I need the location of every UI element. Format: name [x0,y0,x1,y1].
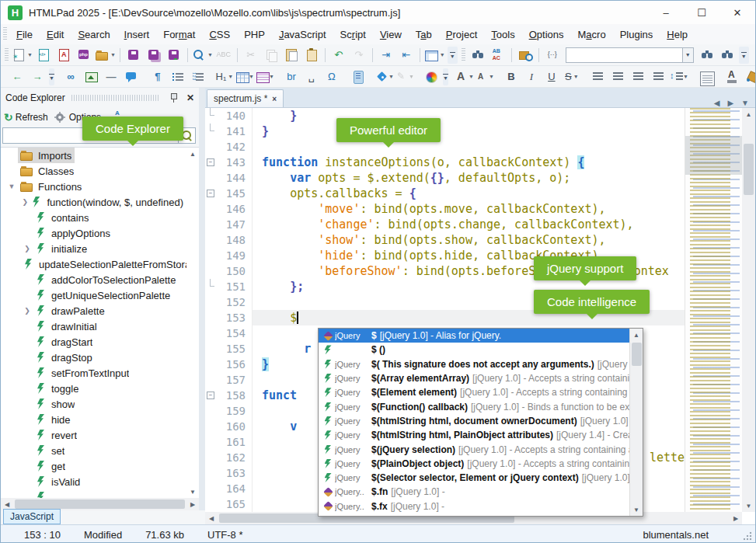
menu-project[interactable]: Project [439,26,485,44]
editor-scroll-down-icon[interactable]: ▼ [743,499,755,512]
panel-layout-icon-dropdown[interactable]: ▼ [440,52,445,57]
menu-insert[interactable]: Insert [117,26,157,44]
scroll-up-icon[interactable]: ▲ [186,148,199,160]
save-icon[interactable] [124,46,143,64]
tree-item[interactable] [1,489,186,498]
html-toolbar-more-icon[interactable]: ▼ [443,68,448,85]
code-line[interactable] [253,139,685,155]
autocomplete-item[interactable]: jQuery$(jQuery selection)[jQuery 1.0] - … [319,442,629,456]
find-icon[interactable] [469,46,487,64]
panel-layout-icon[interactable]: ▼ [424,46,445,64]
bold-icon[interactable]: B [502,68,521,86]
tree-vertical-scrollbar[interactable]: ▲ ▼ [186,147,199,498]
nav-more-icon[interactable]: ▼ [49,68,54,85]
new-php-document-icon[interactable] [75,46,93,64]
find-next-icon[interactable] [718,46,737,64]
toolbar-grip[interactable] [5,48,9,62]
menu-tools[interactable]: Tools [484,26,521,44]
quick-search-combobox-input[interactable] [566,47,682,63]
toolbar-more-icon[interactable]: ▼ [448,47,458,64]
code-snippet-icon[interactable]: {··} [543,46,562,64]
code-line[interactable]: 'change': bind(opts.change, callbackCont… [253,217,685,232]
menu-plugins[interactable]: Plugins [613,26,660,44]
font-decrease-icon-dropdown[interactable]: ▼ [489,74,494,79]
search-icon[interactable]: ▼ [192,46,213,64]
menu-php[interactable]: PHP [237,26,272,44]
line-break-icon[interactable]: br [282,68,301,86]
find-previous-icon[interactable] [698,46,716,64]
fold-collapse-icon[interactable]: − [207,190,214,197]
autocomplete-item[interactable]: jQuery$( This signature does not accept … [319,357,629,371]
justify-icon[interactable] [650,68,668,86]
editor-vertical-scrollbar[interactable]: ▲ ▼ [742,108,755,512]
status-website-link[interactable]: blumentals.net [643,529,755,541]
autocomplete-item[interactable]: jQuery$(PlainObject object)[jQuery 1.0] … [319,457,629,471]
code-line[interactable]: var opts = $.extend({}, defaultOpts, o); [253,170,685,186]
font-increase-icon[interactable]: ▼ [455,68,474,86]
menu-tab[interactable]: Tab [409,26,439,44]
code-line[interactable]: function instanceOptions(o, callbackCont… [253,155,685,170]
autocomplete-item[interactable]: jQuery$(Function() callback)[jQuery 1.0]… [319,399,629,413]
new-document-icon[interactable]: ▼ [12,46,33,64]
underline-icon[interactable]: U [542,68,561,86]
undo-icon[interactable]: ↶ [329,46,348,64]
tree-item-hide[interactable]: hide [1,412,186,427]
line-spacing-icon[interactable]: ▼ [670,68,688,86]
heading-icon[interactable]: H₁▼ [215,68,234,86]
tree-item-toggle[interactable]: toggle [1,381,186,396]
new-document-icon-dropdown[interactable]: ▼ [27,52,33,57]
tree-item-get[interactable]: get [1,458,186,474]
tree-expander-icon[interactable]: ❯ [21,198,29,206]
indent-icon[interactable]: ⇥ [377,46,395,64]
scroll-right-icon[interactable]: ▶ [186,498,199,510]
paste-icon[interactable] [282,46,301,64]
toolbar-grip[interactable] [462,48,465,62]
tree-item-show[interactable]: show [1,396,186,412]
tree-item-updateselectionpalettefromstorag[interactable]: updateSelectionPaletteFromStorag [1,256,186,272]
code-line[interactable]: opts.callbacks = { [253,186,685,201]
color-picker-icon[interactable] [422,68,441,86]
tree-item-addcolortoselectionpalette[interactable]: addColorToSelectionPalette [1,272,186,287]
table-icon[interactable]: ▼ [235,68,254,86]
fold-cell[interactable]: − [205,155,216,170]
highlight-color-icon[interactable] [743,68,756,86]
popup-scroll-up-icon[interactable]: ▲ [630,329,643,341]
font-decrease-icon[interactable]: ▼ [476,68,494,86]
menu-edit[interactable]: Edit [40,26,71,44]
outdent-icon[interactable]: ⇤ [397,46,416,64]
autocomplete-item[interactable]: jQuery$(Selector selector, Element or jQ… [319,471,629,485]
format-painter-icon-dropdown[interactable]: ▼ [409,74,414,79]
paragraph-icon[interactable]: ¶ [148,68,167,86]
autocomplete-item[interactable]: jQuery..$.fx[jQuery 1.0] - [319,499,629,513]
tab-close-icon[interactable]: × [272,95,277,103]
search-icon-dropdown[interactable]: ▼ [207,52,213,57]
tree-item-function-window-undefined-[interactable]: ❯function(window, $, undefined) [1,194,186,210]
editor-vscroll-thumb[interactable] [744,144,754,195]
menu-format[interactable]: Format [156,26,202,44]
tree-item-imports[interactable]: Imports [1,148,186,163]
tree-item-setfromtextinput[interactable]: setFromTextInput [1,365,186,381]
resize-grip[interactable] [743,531,752,541]
special-char-icon[interactable]: Ω [322,68,341,86]
panel-close-icon[interactable]: ✕ [186,92,194,103]
save-upload-icon[interactable] [165,46,183,64]
tab-spectrum-js[interactable]: spectrum.js * × [207,89,284,107]
script-icon[interactable] [349,68,368,86]
menu-macro[interactable]: Macro [571,26,613,44]
font-color-icon[interactable] [723,68,741,86]
align-left-icon[interactable] [589,68,608,86]
ordered-list-icon[interactable] [189,68,207,86]
autocomplete-item[interactable]: jQuery$[jQuery 1.0] - Alias for jQuery. [319,329,629,343]
menu-file[interactable]: File [9,26,40,44]
save-all-icon[interactable] [145,46,163,64]
scroll-down-icon[interactable]: ▼ [186,486,199,498]
italic-icon[interactable]: I [522,68,541,86]
align-center-icon[interactable] [609,68,628,86]
autocomplete-item[interactable]: jQuery$(htmlString html, PlainObject att… [319,428,629,442]
quick-search-combobox-dropdown-icon[interactable]: ▼ [682,47,694,63]
fold-collapse-icon[interactable]: − [207,392,214,399]
panel-drag-grip[interactable] [71,95,160,101]
open-file-icon[interactable]: ▼ [95,46,116,64]
minimap[interactable] [685,108,742,512]
navigate-back-icon[interactable]: ← [8,68,26,86]
